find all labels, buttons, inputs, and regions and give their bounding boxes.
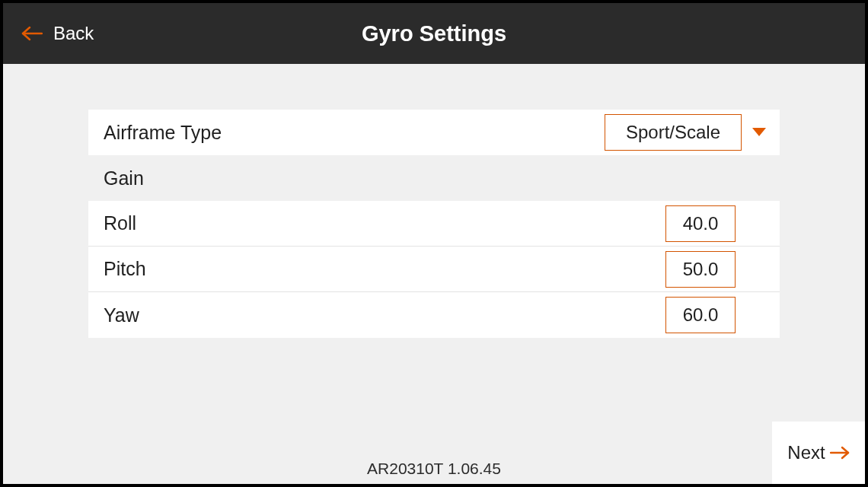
gain-section-label: Gain (104, 167, 769, 189)
yaw-row: Yaw 60.0 (88, 292, 780, 338)
yaw-label: Yaw (104, 304, 665, 326)
roll-label: Roll (104, 212, 665, 234)
arrow-left-icon (21, 26, 43, 41)
yaw-value-input[interactable]: 60.0 (665, 297, 736, 333)
roll-value-input[interactable]: 40.0 (665, 205, 736, 242)
app-frame: Back Gyro Settings Airframe Type Sport/S… (3, 3, 865, 484)
back-button[interactable]: Back (21, 23, 94, 44)
firmware-version: AR20310T 1.06.45 (367, 460, 501, 478)
header-bar: Back Gyro Settings (3, 3, 865, 64)
roll-row: Roll 40.0 (88, 201, 780, 247)
page-title: Gyro Settings (362, 21, 506, 46)
back-label: Back (53, 23, 94, 44)
next-label: Next (787, 442, 825, 463)
pitch-row: Pitch 50.0 (88, 247, 780, 292)
pitch-value-input[interactable]: 50.0 (665, 251, 736, 288)
airframe-type-row: Airframe Type Sport/Scale (88, 110, 780, 155)
settings-panel: Airframe Type Sport/Scale Gain Roll 40.0 (88, 110, 780, 338)
airframe-type-dropdown[interactable]: Sport/Scale (605, 114, 766, 151)
airframe-type-value: Sport/Scale (605, 114, 742, 151)
svg-marker-1 (752, 128, 766, 136)
arrow-right-icon (830, 446, 850, 460)
caret-down-icon (752, 128, 766, 137)
pitch-label: Pitch (104, 258, 665, 280)
next-button[interactable]: Next (772, 422, 865, 484)
gain-section-header: Gain (88, 155, 780, 201)
airframe-type-label: Airframe Type (104, 122, 605, 144)
main-content: Airframe Type Sport/Scale Gain Roll 40.0 (3, 64, 865, 484)
